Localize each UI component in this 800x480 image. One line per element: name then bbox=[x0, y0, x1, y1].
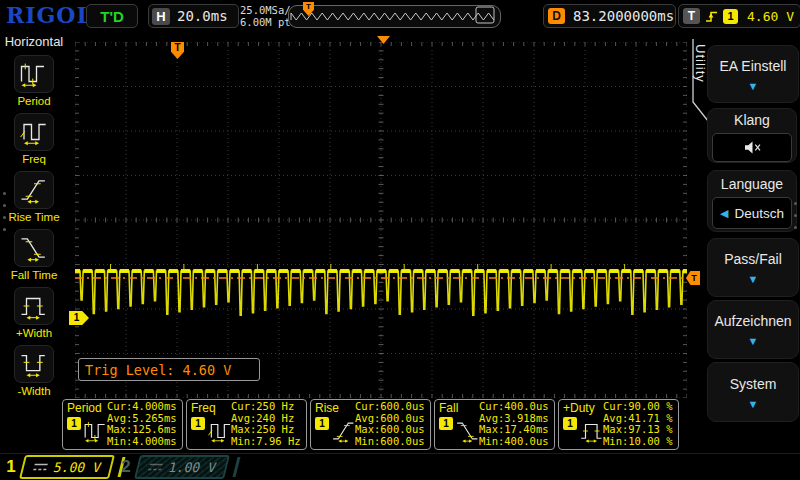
menu-button-klang[interactable]: Klang bbox=[707, 108, 797, 163]
menu-item-fall-time[interactable]: Fall Time bbox=[0, 229, 68, 281]
measurement-row: Min:4.000ms bbox=[107, 436, 177, 448]
value: 250 Hz bbox=[256, 423, 294, 435]
rise-time-icon bbox=[19, 175, 49, 205]
measurement-rise: Rise 1 Cur:600.0us Avg:600.0us Max:600.0… bbox=[310, 399, 431, 450]
menu-item-rise-time[interactable]: Rise Time bbox=[0, 171, 68, 223]
menu-button-ea-einstell[interactable]: EA Einstell ▼ bbox=[707, 45, 799, 103]
value-label: Min: bbox=[479, 435, 504, 447]
measurement-values: Cur:400.0us Avg:3.918ms Max:17.40ms Min:… bbox=[479, 401, 549, 447]
button-label: System bbox=[730, 376, 777, 392]
rising-edge-icon bbox=[705, 9, 718, 23]
trigger-label: T bbox=[683, 8, 700, 24]
trigger-block: T 1 4.60 V bbox=[678, 4, 800, 28]
duty-icon bbox=[579, 418, 605, 444]
menu-button-language[interactable]: Language ◀ Deutsch bbox=[707, 170, 797, 232]
button-label: EA Einstell bbox=[720, 58, 787, 74]
delay-label: D bbox=[548, 8, 565, 24]
measurement-duty: +Duty 1 Cur:90.00 % Avg:41.71 % Max:97.1… bbox=[558, 399, 679, 450]
value: 10.00 % bbox=[628, 435, 672, 447]
menu-button-aufzeichnen[interactable]: Aufzeichnen ▼ bbox=[707, 300, 799, 359]
value: 125.6ms bbox=[132, 423, 176, 435]
preview-waveform bbox=[289, 6, 498, 25]
measurement-name: Freq bbox=[191, 401, 216, 415]
menu-button-pass-fail[interactable]: Pass/Fail ▼ bbox=[707, 238, 799, 297]
horizontal-measure-menu: Horizontal Period Freq Rise Time Fall Ti… bbox=[0, 32, 68, 453]
button-label: Pass/Fail bbox=[724, 251, 782, 267]
left-menu-title: Horizontal bbox=[0, 34, 68, 49]
neg-width-icon bbox=[19, 349, 49, 379]
measurement-name: +Duty bbox=[563, 401, 595, 415]
menu-item-period[interactable]: Period bbox=[0, 55, 68, 107]
trigger-status-badge: T'D bbox=[86, 4, 138, 28]
period-icon bbox=[19, 59, 49, 89]
channel1-badge[interactable]: 1 5.00 V bbox=[3, 456, 123, 478]
chevron-down-icon: ▼ bbox=[748, 81, 759, 91]
button-label: Aufzeichnen bbox=[714, 313, 791, 329]
value-label: Avg: bbox=[603, 412, 628, 424]
value-label: Cur: bbox=[231, 400, 256, 412]
value: 90.00 % bbox=[628, 400, 672, 412]
chevron-down-icon: ▼ bbox=[748, 399, 759, 409]
measurement-values: Cur:600.0us Avg:600.0us Max:600.0us Min:… bbox=[355, 401, 425, 447]
chevron-down-icon: ▼ bbox=[748, 336, 759, 346]
value-label: Avg: bbox=[479, 412, 504, 424]
value: 600.0us bbox=[380, 400, 424, 412]
menu-item-label: -Width bbox=[17, 385, 50, 397]
trigger-status-text: T'D bbox=[100, 8, 124, 25]
channel-badge: 1 bbox=[563, 417, 577, 430]
menu-item-label: Period bbox=[17, 95, 50, 107]
period-icon bbox=[83, 418, 109, 444]
value: 41.71 % bbox=[628, 412, 672, 424]
measurement-row: Min:600.0us bbox=[355, 436, 425, 448]
measurement-values: Cur:90.00 % Avg:41.71 % Max:97.13 % Min:… bbox=[603, 401, 673, 447]
graticule-and-waveform bbox=[75, 42, 687, 398]
channel-status-bar: 1 5.00 V 2 1.00 V bbox=[0, 453, 800, 480]
dc-coupling-icon bbox=[147, 462, 164, 472]
menu-item-label: Fall Time bbox=[11, 269, 58, 281]
horizontal-timebase-block: H 20.0ms bbox=[148, 4, 239, 28]
channel2-badge[interactable]: 2 1.00 V bbox=[118, 456, 238, 478]
channel-badge: 1 bbox=[67, 417, 81, 430]
measurement-name: Rise bbox=[315, 401, 339, 415]
value: 600.0us bbox=[380, 435, 424, 447]
delay-value: 83.2000000ms bbox=[573, 8, 674, 24]
menu-scroll-indicator bbox=[3, 192, 6, 231]
freq-icon bbox=[19, 117, 49, 147]
menu-button-system[interactable]: System ▼ bbox=[707, 362, 799, 422]
measurement-row: Min:7.96 Hz bbox=[231, 436, 301, 448]
value-label: Avg: bbox=[355, 412, 380, 424]
value: 600.0us bbox=[380, 423, 424, 435]
chevron-down-icon: ▼ bbox=[748, 274, 759, 284]
menu-item-neg-width[interactable]: -Width bbox=[0, 345, 68, 397]
value: 97.13 % bbox=[628, 423, 672, 435]
speaker-muted-icon bbox=[743, 140, 762, 155]
value-label: Min: bbox=[231, 435, 256, 447]
pos-width-icon bbox=[19, 291, 49, 321]
value-label: Max: bbox=[107, 423, 132, 435]
channel-badge: 1 bbox=[439, 417, 453, 430]
measurement-period: Period 1 Cur:4.000ms Avg:5.265ms Max:125… bbox=[62, 399, 183, 450]
timebase-value: 20.0ms bbox=[177, 8, 228, 24]
value: 7.96 Hz bbox=[256, 435, 300, 447]
utility-tab-label: Utility bbox=[693, 44, 708, 83]
menu-item-pos-width[interactable]: +Width bbox=[0, 287, 68, 339]
channel-stripe bbox=[228, 457, 240, 477]
channel-number: 1 bbox=[3, 457, 19, 477]
fall-time-icon bbox=[455, 418, 481, 444]
chevron-left-icon: ◀ bbox=[720, 207, 728, 220]
menu-item-freq[interactable]: Freq bbox=[0, 113, 68, 165]
value-label: Cur: bbox=[479, 400, 504, 412]
channel-badge: 1 bbox=[191, 417, 205, 430]
value: 4.000ms bbox=[132, 435, 176, 447]
channel-badge: 1 bbox=[315, 417, 329, 430]
value: 3.918ms bbox=[504, 412, 548, 424]
channel-scale: 5.00 V bbox=[52, 460, 103, 475]
rise-time-icon bbox=[331, 418, 357, 444]
value-label: Cur: bbox=[603, 400, 628, 412]
measurement-values: Cur:4.000ms Avg:5.265ms Max:125.6ms Min:… bbox=[107, 401, 177, 447]
measurement-row: Min:400.0us bbox=[479, 436, 549, 448]
value: 400.0us bbox=[504, 400, 548, 412]
measurement-freq: Freq 1 Cur:250 Hz Avg:240 Hz Max:250 Hz … bbox=[186, 399, 307, 450]
channel-number: 2 bbox=[118, 457, 134, 477]
waveform-memory-preview: T bbox=[288, 5, 501, 28]
